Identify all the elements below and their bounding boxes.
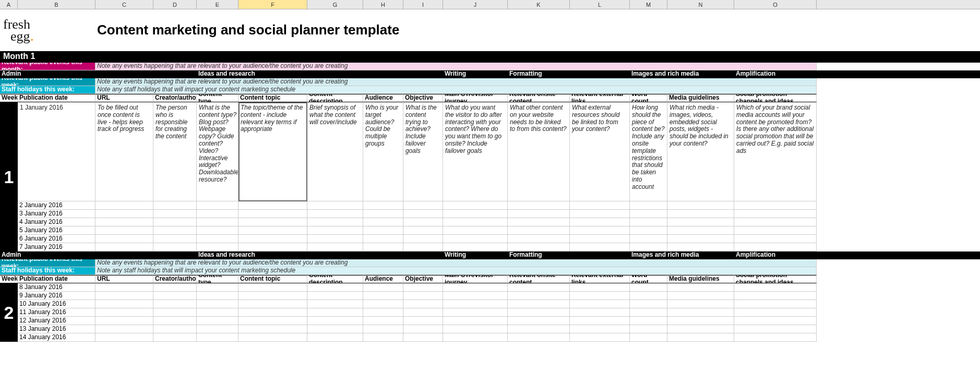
empty-cell[interactable] [443,210,508,218]
empty-cell[interactable] [630,292,667,300]
empty-cell[interactable] [363,210,403,218]
desc-creator[interactable]: The person who is responsible for creati… [153,102,197,201]
col-header[interactable]: C [95,0,153,9]
empty-cell[interactable] [508,283,570,292]
empty-cell[interactable] [153,235,197,243]
empty-cell[interactable] [508,308,570,317]
events-month-note[interactable]: Note any events happening that are relev… [95,63,817,70]
empty-cell[interactable] [734,201,817,210]
empty-cell[interactable] [238,292,307,300]
empty-cell[interactable] [734,226,817,235]
empty-cell[interactable] [95,325,153,333]
empty-cell[interactable] [570,210,630,218]
empty-cell[interactable] [667,210,734,218]
empty-cell[interactable] [570,226,630,235]
empty-cell[interactable] [363,218,403,226]
empty-cell[interactable] [307,235,363,243]
empty-cell[interactable] [734,300,817,308]
empty-cell[interactable] [197,333,238,342]
col-header[interactable]: B [18,0,95,9]
empty-cell[interactable] [667,243,734,252]
empty-cell[interactable] [443,218,508,226]
empty-cell[interactable] [153,333,197,342]
empty-cell[interactable] [363,201,403,210]
empty-cell[interactable] [238,308,307,317]
empty-cell[interactable] [570,308,630,317]
empty-cell[interactable] [403,283,443,292]
desc-wordcount[interactable]: How long should the piece of content be?… [630,102,667,201]
empty-cell[interactable] [153,218,197,226]
empty-cell[interactable] [238,243,307,252]
empty-cell[interactable] [570,292,630,300]
empty-cell[interactable] [363,226,403,235]
empty-cell[interactable] [153,201,197,210]
empty-cell[interactable] [630,243,667,252]
empty-cell[interactable] [197,210,238,218]
empty-cell[interactable] [363,243,403,252]
date-cell[interactable]: 2 January 2016 [18,201,95,210]
empty-cell[interactable] [363,317,403,325]
events-week-note[interactable]: Note any events happening that are relev… [95,259,817,267]
empty-cell[interactable] [238,210,307,218]
empty-cell[interactable] [443,235,508,243]
empty-cell[interactable] [443,292,508,300]
empty-cell[interactable] [238,201,307,210]
empty-cell[interactable] [403,325,443,333]
col-header[interactable]: A [0,0,18,9]
empty-cell[interactable] [238,283,307,292]
empty-cell[interactable] [403,243,443,252]
col-header[interactable]: E [197,0,238,9]
empty-cell[interactable] [508,218,570,226]
empty-cell[interactable] [667,325,734,333]
empty-cell[interactable] [95,308,153,317]
desc-social[interactable]: Which of your brand social media account… [734,102,817,201]
col-header[interactable]: I [403,0,443,9]
events-week-note[interactable]: Note any events happening that are relev… [95,78,817,86]
desc-objective[interactable]: What is the content trying to achieve? I… [403,102,443,201]
empty-cell[interactable] [95,283,153,292]
empty-cell[interactable] [197,325,238,333]
empty-cell[interactable] [443,226,508,235]
empty-cell[interactable] [403,210,443,218]
empty-cell[interactable] [508,201,570,210]
empty-cell[interactable] [630,333,667,342]
desc-contenttopic-selected[interactable]: The topic/theme of the content - include… [238,102,307,201]
empty-cell[interactable] [95,300,153,308]
empty-cell[interactable] [734,210,817,218]
empty-cell[interactable] [403,292,443,300]
empty-cell[interactable] [667,235,734,243]
empty-cell[interactable] [307,226,363,235]
empty-cell[interactable] [403,235,443,243]
empty-cell[interactable] [197,218,238,226]
date-cell[interactable]: 7 January 2016 [18,243,95,252]
empty-cell[interactable] [153,292,197,300]
empty-cell[interactable] [307,308,363,317]
empty-cell[interactable] [153,308,197,317]
empty-cell[interactable] [153,226,197,235]
empty-cell[interactable] [95,292,153,300]
empty-cell[interactable] [570,333,630,342]
empty-cell[interactable] [570,317,630,325]
empty-cell[interactable] [630,317,667,325]
empty-cell[interactable] [95,210,153,218]
empty-cell[interactable] [153,283,197,292]
empty-cell[interactable] [197,226,238,235]
empty-cell[interactable] [363,300,403,308]
empty-cell[interactable] [197,283,238,292]
desc-contenttype[interactable]: What is the content type? Blog post? Web… [197,102,238,201]
empty-cell[interactable] [363,325,403,333]
empty-cell[interactable] [508,325,570,333]
desc-contentdesc[interactable]: Brief synopsis of what the content will … [307,102,363,201]
empty-cell[interactable] [443,308,508,317]
date-cell[interactable]: 10 January 2016 [18,300,95,308]
empty-cell[interactable] [443,317,508,325]
empty-cell[interactable] [508,243,570,252]
empty-cell[interactable] [95,226,153,235]
empty-cell[interactable] [630,308,667,317]
empty-cell[interactable] [443,333,508,342]
empty-cell[interactable] [197,243,238,252]
empty-cell[interactable] [307,325,363,333]
date-cell[interactable]: 5 January 2016 [18,226,95,235]
empty-cell[interactable] [307,333,363,342]
col-header[interactable]: G [307,0,363,9]
